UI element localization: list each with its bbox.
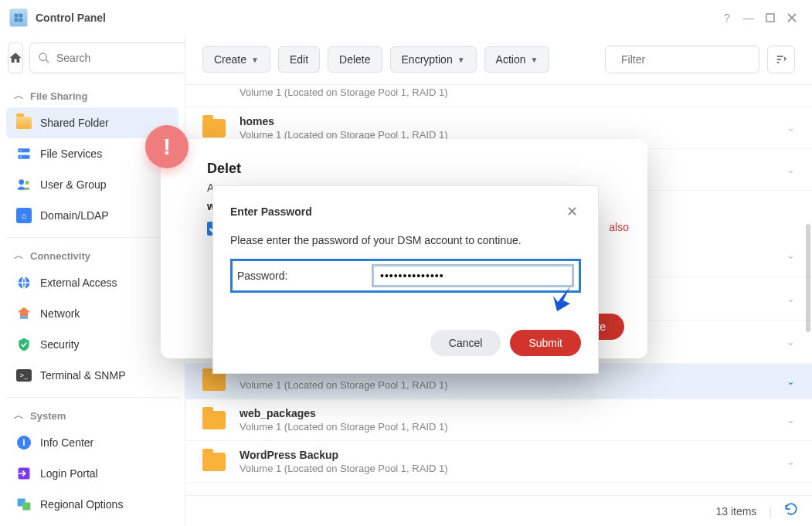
dialog-title: Delet: [207, 161, 624, 177]
svg-point-11: [25, 181, 29, 185]
chevron-down-icon[interactable]: ⌄: [787, 293, 795, 304]
regional-icon: [15, 496, 32, 513]
warning-icon: !: [145, 125, 189, 168]
dialog-message: Please enter the password of your DSM ac…: [230, 234, 581, 246]
network-icon: [15, 305, 32, 322]
chevron-down-icon: ▼: [531, 56, 539, 64]
svg-point-8: [20, 150, 22, 151]
sidebar-item-security[interactable]: Security: [6, 329, 178, 360]
chevron-down-icon[interactable]: ⌄: [787, 249, 795, 261]
action-button[interactable]: Action▼: [484, 46, 550, 73]
close-icon[interactable]: ✕: [563, 200, 581, 223]
sidebar-item-label: Info Center: [40, 436, 93, 449]
sidebar-item-external-access[interactable]: External Access: [6, 267, 178, 298]
password-dialog: Enter Password ✕ Please enter the passwo…: [212, 185, 599, 374]
home-button[interactable]: [8, 42, 23, 73]
sidebar: ︿ File Sharing Shared Folder File Servic…: [0, 35, 185, 526]
submit-button[interactable]: Submit: [510, 330, 581, 356]
search-input[interactable]: [56, 52, 185, 64]
svg-rect-2: [15, 18, 19, 22]
sidebar-item-label: Security: [40, 338, 80, 351]
sort-button[interactable]: [767, 46, 795, 73]
folder-sub: Volume 1 (Located on Storage Pool 1, RAI…: [240, 379, 773, 391]
app-icon: [9, 8, 28, 27]
svg-rect-7: [19, 155, 30, 159]
password-input[interactable]: [372, 264, 574, 287]
svg-rect-13: [20, 316, 28, 318]
chevron-down-icon: ▼: [251, 56, 259, 64]
sidebar-item-label: Regional Options: [40, 498, 123, 511]
chevron-down-icon[interactable]: ⌄: [787, 456, 795, 467]
chevron-down-icon[interactable]: ⌄: [787, 414, 795, 426]
encryption-button[interactable]: Encryption▼: [390, 46, 477, 73]
folder-name: WordPress Backup: [240, 449, 773, 461]
list-item[interactable]: web_packages Volume 1 (Located on Storag…: [185, 399, 812, 441]
folder-sub: Volume 1 (Located on Storage Pool 1, RAI…: [240, 87, 773, 98]
minimize-button[interactable]: —: [738, 7, 759, 29]
edit-button[interactable]: Edit: [278, 46, 320, 73]
users-icon: [15, 176, 32, 193]
help-button[interactable]: ?: [716, 7, 738, 29]
folder-sub: Volume 1 (Located on Storage Pool 1, RAI…: [240, 463, 773, 474]
chevron-up-icon: ︿: [14, 89, 24, 103]
list-item[interactable]: WordPress Backup Volume 1 (Located on St…: [185, 441, 812, 483]
svg-rect-3: [19, 18, 23, 22]
svg-point-9: [20, 156, 22, 158]
svg-rect-16: [22, 503, 30, 511]
sidebar-item-label: User & Group: [40, 178, 107, 191]
maximize-button[interactable]: [759, 7, 781, 29]
create-button[interactable]: Create▼: [202, 46, 270, 73]
list-item[interactable]: Volume 1 (Located on Storage Pool 1, RAI…: [185, 85, 812, 107]
folder-name: web_packages: [240, 407, 773, 419]
search-field[interactable]: [29, 42, 185, 73]
chevron-up-icon: ︿: [14, 409, 24, 422]
chevron-down-icon[interactable]: ⌄: [787, 164, 795, 175]
titlebar: Control Panel ? —: [0, 0, 812, 35]
terminal-icon: >_: [15, 367, 32, 384]
chevron-down-icon[interactable]: ⌄: [787, 375, 795, 387]
status-bar: 13 items |: [185, 495, 812, 526]
toolbar: Create▼ Edit Delete Encryption▼ Action▼: [185, 35, 812, 84]
info-icon: i: [15, 434, 32, 451]
sidebar-item-label: Shared Folder: [40, 117, 109, 129]
globe-icon: [15, 274, 32, 291]
folder-icon: [202, 411, 226, 429]
domain-icon: ⌂: [15, 207, 32, 224]
sidebar-item-terminal-snmp[interactable]: >_ Terminal & SNMP: [6, 360, 178, 391]
close-button[interactable]: [781, 7, 803, 29]
shield-icon: [15, 336, 32, 353]
sidebar-item-network[interactable]: Network: [6, 298, 178, 329]
chevron-down-icon[interactable]: ⌄: [787, 336, 795, 348]
delete-button[interactable]: Delete: [328, 46, 382, 73]
group-header-connectivity[interactable]: ︿ Connectivity: [6, 244, 178, 267]
sidebar-item-label: External Access: [40, 277, 117, 289]
chevron-down-icon: ▼: [457, 56, 465, 64]
sidebar-item-user-group[interactable]: User & Group: [6, 169, 178, 200]
refresh-button[interactable]: [784, 502, 798, 520]
filter-field[interactable]: [605, 46, 759, 73]
sidebar-item-label: Terminal & SNMP: [40, 369, 125, 382]
folder-icon: [202, 453, 226, 471]
sidebar-item-info-center[interactable]: i Info Center: [6, 427, 178, 458]
sidebar-item-regional-options[interactable]: Regional Options: [6, 489, 178, 520]
folder-name: homes: [240, 115, 773, 127]
group-header-file-sharing[interactable]: ︿ File Sharing: [6, 84, 178, 107]
login-icon: [15, 465, 32, 482]
chevron-up-icon: ︿: [14, 249, 24, 263]
svg-rect-4: [766, 14, 774, 22]
folder-icon: [15, 114, 32, 131]
svg-point-10: [19, 179, 24, 185]
sidebar-item-domain-ldap[interactable]: ⌂ Domain/LDAP: [6, 200, 178, 231]
divider: [6, 237, 178, 238]
warning-text-end: also: [609, 220, 629, 250]
item-count: 13 items: [715, 505, 756, 518]
chevron-down-icon[interactable]: ⌄: [787, 122, 795, 134]
cancel-button[interactable]: Cancel: [430, 330, 501, 356]
search-icon: [38, 52, 50, 64]
filter-input[interactable]: [621, 53, 756, 66]
group-header-system[interactable]: ︿ System: [6, 404, 178, 427]
sidebar-item-label: Domain/LDAP: [40, 209, 109, 222]
scrollbar[interactable]: [806, 224, 810, 332]
sidebar-item-login-portal[interactable]: Login Portal: [6, 458, 178, 489]
group-label: File Sharing: [30, 90, 87, 102]
